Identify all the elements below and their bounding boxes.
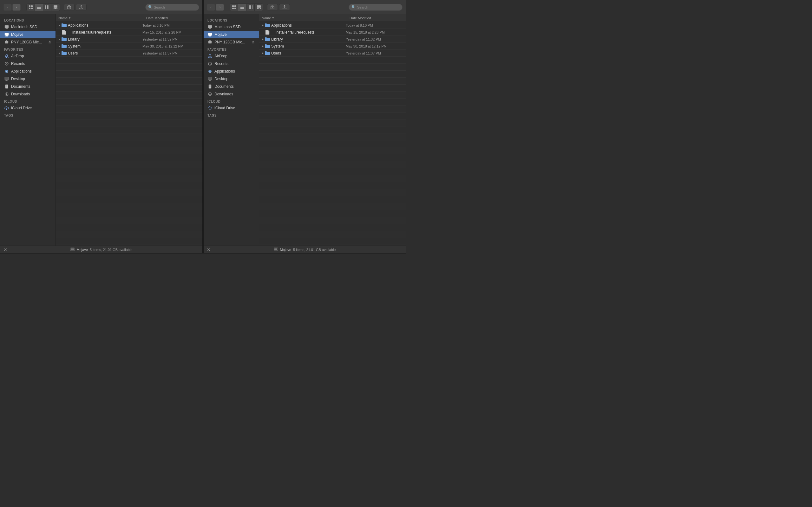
table-row[interactable]: installer.failurerequestsMay 15, 2018 at… (56, 29, 202, 36)
sidebar-item-airdrop[interactable]: AirDrop (204, 52, 259, 60)
view-group (26, 3, 60, 11)
table-row-empty (56, 133, 202, 140)
sidebar-item-downloads[interactable]: Downloads (0, 90, 55, 98)
sidebar-item-recents[interactable]: Recents (204, 60, 259, 67)
disclosure-triangle[interactable] (260, 44, 265, 49)
action-button[interactable] (64, 4, 74, 11)
nav-group: ‹ › (3, 4, 20, 11)
sidebar-item-recents[interactable]: Recents (0, 60, 55, 67)
mojave-icon (207, 32, 212, 37)
table-row-empty (56, 112, 202, 119)
list-view-button[interactable] (238, 4, 247, 11)
icon-view-button[interactable] (230, 4, 238, 11)
table-row[interactable]: UsersYesterday at 11:37 PM (56, 50, 202, 57)
table-row-empty (56, 203, 202, 210)
action-button[interactable] (267, 4, 278, 11)
file-icon (61, 30, 67, 35)
sidebar-item-pny[interactable]: PNY 128GB Mic... (204, 38, 259, 46)
search-bar[interactable]: 🔍 Search (349, 4, 403, 11)
airdrop-icon (207, 54, 212, 59)
disclosure-triangle[interactable] (57, 23, 61, 27)
forward-button[interactable]: › (216, 4, 224, 11)
table-row[interactable]: LibraryYesterday at 11:32 PM (56, 36, 202, 43)
disclosure-triangle[interactable] (260, 30, 265, 35)
svg-rect-11 (54, 8, 55, 9)
gallery-view-button[interactable] (255, 4, 263, 11)
name-column-header[interactable]: Name ▾ (259, 16, 347, 20)
share-button[interactable] (76, 4, 87, 11)
disclosure-triangle[interactable] (260, 23, 265, 27)
date-column-header[interactable]: Date Modified (347, 16, 406, 20)
sidebar-item-downloads[interactable]: Downloads (204, 90, 259, 98)
sidebar-item-airdrop[interactable]: AirDrop (0, 52, 55, 60)
sidebar-item-icloud-drive[interactable]: iCloud Drive (204, 104, 259, 112)
disclosure-triangle[interactable] (57, 30, 61, 35)
sidebar-item-icloud-drive[interactable]: iCloud Drive (0, 104, 55, 112)
sidebar-item-desktop[interactable]: Desktop (204, 75, 259, 83)
file-date: Today at 8:10 PM (346, 23, 404, 27)
file-name: Applications (271, 23, 346, 27)
desktop-label: Desktop (214, 77, 229, 81)
svg-rect-18 (5, 29, 8, 29)
file-date: Today at 8:10 PM (142, 23, 201, 27)
svg-rect-32 (5, 80, 8, 81)
disclosure-triangle[interactable] (57, 37, 61, 42)
table-row[interactable]: ApplicationsToday at 8:10 PM (259, 22, 406, 29)
date-column-header[interactable]: Date Modified (144, 16, 202, 20)
sidebar-item-mojave[interactable]: Mojave (0, 31, 55, 38)
svg-rect-8 (47, 5, 48, 9)
table-row[interactable]: SystemMay 30, 2018 at 12:12 PM (56, 43, 202, 50)
gallery-view-button[interactable] (51, 4, 60, 11)
documents-label: Documents (214, 84, 234, 89)
column-view-button[interactable] (247, 4, 255, 11)
forward-button[interactable]: › (12, 4, 20, 11)
table-row-empty (56, 238, 202, 245)
downloads-icon (4, 92, 9, 97)
svg-rect-22 (5, 41, 8, 43)
name-column-header[interactable]: Name ▾ (56, 16, 144, 20)
sidebar-item-macintosh-ssd[interactable]: Macintosh SSD (204, 23, 259, 31)
table-row-empty (56, 210, 202, 217)
status-volume-name: Mojave (280, 248, 291, 251)
svg-rect-21 (5, 36, 8, 37)
eject-button[interactable] (48, 40, 52, 44)
folder-icon (61, 37, 67, 42)
close-button[interactable]: ✕ (207, 247, 211, 252)
sidebar-item-documents[interactable]: Documents (204, 83, 259, 90)
table-row-empty (259, 168, 406, 175)
table-row[interactable]: installer.failurerequestsMay 15, 2018 at… (259, 29, 406, 36)
table-row[interactable]: ApplicationsToday at 8:10 PM (56, 22, 202, 29)
sidebar-item-mojave[interactable]: Mojave (204, 31, 259, 38)
disclosure-triangle[interactable] (260, 37, 265, 42)
back-button[interactable]: ‹ (207, 4, 215, 11)
documents-icon (207, 84, 212, 89)
table-row[interactable]: UsersYesterday at 11:37 PM (259, 50, 406, 57)
icon-view-button[interactable] (27, 4, 35, 11)
column-view-button[interactable] (43, 4, 51, 11)
sidebar-item-desktop[interactable]: Desktop (0, 75, 55, 83)
close-button[interactable]: ✕ (3, 247, 7, 252)
macintosh-ssd-icon (4, 24, 9, 30)
file-pane: Name ▾ Date Modified ApplicationsToday a… (259, 14, 406, 245)
table-row[interactable]: LibraryYesterday at 11:32 PM (259, 36, 406, 43)
disclosure-triangle[interactable] (57, 44, 61, 49)
sidebar-item-pny[interactable]: PNY 128GB Mic... (0, 38, 55, 46)
table-row[interactable]: SystemMay 30, 2018 at 12:12 PM (259, 43, 406, 50)
table-row-empty (259, 84, 406, 92)
eject-button[interactable] (251, 40, 255, 44)
search-bar[interactable]: 🔍 Search (145, 4, 199, 11)
sidebar-item-macintosh-ssd[interactable]: Macintosh SSD (0, 23, 55, 31)
svg-rect-17 (6, 28, 8, 29)
macintosh-ssd-label: Macintosh SSD (214, 25, 241, 29)
sidebar-item-applications[interactable]: AApplications (0, 67, 55, 75)
svg-rect-12 (55, 8, 56, 9)
sidebar-item-documents[interactable]: Documents (0, 83, 55, 90)
disclosure-triangle[interactable] (57, 51, 61, 55)
favorites-header: Favorites (0, 46, 55, 52)
svg-rect-77 (209, 84, 211, 89)
back-button[interactable]: ‹ (3, 4, 12, 11)
list-view-button[interactable] (35, 4, 43, 11)
share-button[interactable] (279, 4, 290, 11)
sidebar-item-applications[interactable]: AApplications (204, 67, 259, 75)
disclosure-triangle[interactable] (260, 51, 265, 55)
